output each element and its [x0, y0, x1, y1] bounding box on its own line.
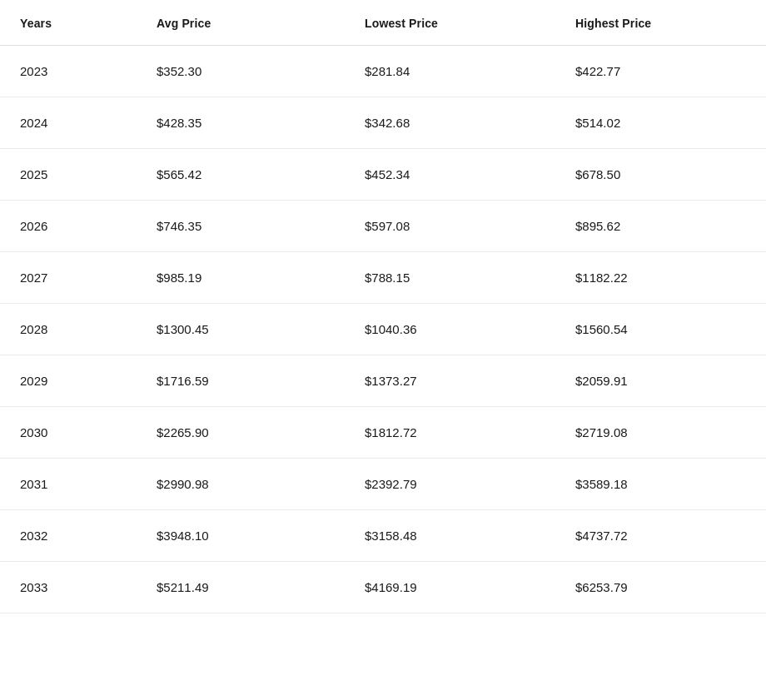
cell-lowest-price: $3158.48 — [345, 510, 555, 562]
cell-year: 2026 — [0, 201, 137, 252]
table-row: 2033$5211.49$4169.19$6253.79 — [0, 562, 766, 613]
cell-lowest-price: $1040.36 — [345, 304, 555, 355]
header-lowest-price: Lowest Price — [345, 0, 555, 46]
cell-highest-price: $6253.79 — [555, 562, 766, 613]
cell-lowest-price: $342.68 — [345, 97, 555, 149]
cell-highest-price: $2059.91 — [555, 355, 766, 407]
cell-avg-price: $2265.90 — [137, 407, 345, 459]
table-row: 2028$1300.45$1040.36$1560.54 — [0, 304, 766, 355]
cell-highest-price: $2719.08 — [555, 407, 766, 459]
table-row: 2027$985.19$788.15$1182.22 — [0, 252, 766, 304]
cell-year: 2029 — [0, 355, 137, 407]
cell-avg-price: $1716.59 — [137, 355, 345, 407]
table-row: 2029$1716.59$1373.27$2059.91 — [0, 355, 766, 407]
cell-highest-price: $422.77 — [555, 46, 766, 97]
table-row: 2023$352.30$281.84$422.77 — [0, 46, 766, 97]
cell-highest-price: $514.02 — [555, 97, 766, 149]
cell-lowest-price: $1812.72 — [345, 407, 555, 459]
table-row: 2024$428.35$342.68$514.02 — [0, 97, 766, 149]
cell-year: 2033 — [0, 562, 137, 613]
cell-highest-price: $895.62 — [555, 201, 766, 252]
cell-year: 2032 — [0, 510, 137, 562]
cell-highest-price: $1560.54 — [555, 304, 766, 355]
cell-avg-price: $746.35 — [137, 201, 345, 252]
table-row: 2032$3948.10$3158.48$4737.72 — [0, 510, 766, 562]
cell-highest-price: $678.50 — [555, 149, 766, 201]
cell-highest-price: $3589.18 — [555, 459, 766, 510]
cell-lowest-price: $2392.79 — [345, 459, 555, 510]
cell-year: 2031 — [0, 459, 137, 510]
cell-lowest-price: $788.15 — [345, 252, 555, 304]
table-header-row: Years Avg Price Lowest Price Highest Pri… — [0, 0, 766, 46]
table-row: 2031$2990.98$2392.79$3589.18 — [0, 459, 766, 510]
header-highest-price: Highest Price — [555, 0, 766, 46]
cell-highest-price: $4737.72 — [555, 510, 766, 562]
cell-avg-price: $985.19 — [137, 252, 345, 304]
cell-avg-price: $565.42 — [137, 149, 345, 201]
cell-highest-price: $1182.22 — [555, 252, 766, 304]
cell-lowest-price: $281.84 — [345, 46, 555, 97]
table-row: 2026$746.35$597.08$895.62 — [0, 201, 766, 252]
cell-avg-price: $1300.45 — [137, 304, 345, 355]
cell-year: 2023 — [0, 46, 137, 97]
price-table: Years Avg Price Lowest Price Highest Pri… — [0, 0, 766, 613]
cell-avg-price: $5211.49 — [137, 562, 345, 613]
table-row: 2025$565.42$452.34$678.50 — [0, 149, 766, 201]
cell-year: 2027 — [0, 252, 137, 304]
cell-year: 2030 — [0, 407, 137, 459]
table-row: 2030$2265.90$1812.72$2719.08 — [0, 407, 766, 459]
price-table-container: Years Avg Price Lowest Price Highest Pri… — [0, 0, 766, 700]
cell-avg-price: $2990.98 — [137, 459, 345, 510]
header-avg-price: Avg Price — [137, 0, 345, 46]
cell-avg-price: $428.35 — [137, 97, 345, 149]
cell-avg-price: $3948.10 — [137, 510, 345, 562]
cell-year: 2024 — [0, 97, 137, 149]
cell-lowest-price: $597.08 — [345, 201, 555, 252]
cell-avg-price: $352.30 — [137, 46, 345, 97]
cell-year: 2028 — [0, 304, 137, 355]
cell-year: 2025 — [0, 149, 137, 201]
cell-lowest-price: $1373.27 — [345, 355, 555, 407]
cell-lowest-price: $452.34 — [345, 149, 555, 201]
cell-lowest-price: $4169.19 — [345, 562, 555, 613]
header-years: Years — [0, 0, 137, 46]
